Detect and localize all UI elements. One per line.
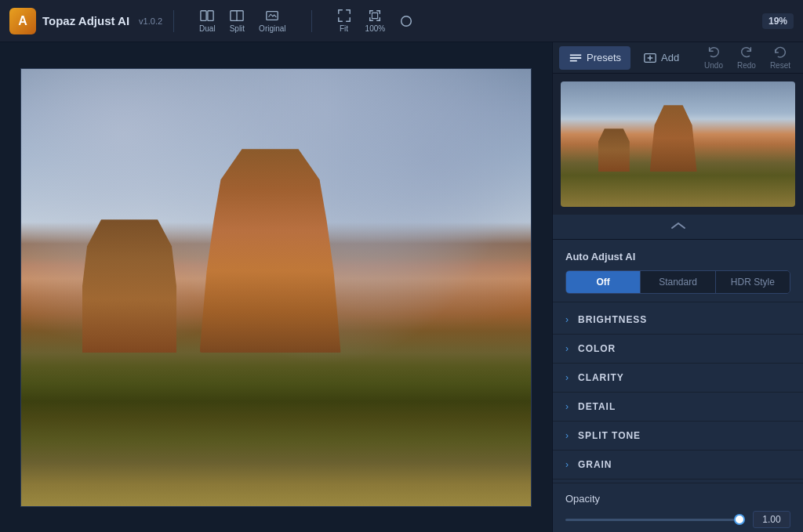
- canvas-area: [0, 42, 552, 532]
- collapse-button[interactable]: [663, 219, 694, 234]
- adj-chevron-split-tone: ›: [565, 430, 569, 441]
- adj-label-detail: DETAIL: [578, 401, 616, 412]
- split-view-button[interactable]: Split: [223, 5, 251, 36]
- ai-off-button[interactable]: Off: [566, 271, 641, 293]
- photo-canvas: [21, 69, 531, 506]
- auto-adjust-title: Auto Adjust AI: [565, 251, 790, 262]
- opacity-label: Opacity: [565, 493, 790, 505]
- reset-button[interactable]: Reset: [764, 42, 797, 73]
- circle-tool-button[interactable]: [393, 11, 420, 31]
- svg-rect-5: [372, 13, 378, 18]
- divider-1: [173, 10, 174, 32]
- adj-row-split-tone[interactable]: › SPLIT TONE: [553, 422, 803, 451]
- svg-rect-0: [201, 11, 206, 21]
- opacity-section: Opacity 1.00: [553, 483, 803, 532]
- adj-row-color[interactable]: › COLOR: [553, 335, 803, 364]
- thumbnail-area: [553, 74, 803, 215]
- auto-adjust-section: Auto Adjust AI Off Standard HDR Style: [553, 240, 803, 302]
- main-area: Presets Add Undo: [0, 42, 803, 532]
- ai-standard-button[interactable]: Standard: [641, 271, 715, 293]
- svg-point-6: [402, 16, 412, 26]
- adj-label-grain: GRAIN: [578, 459, 612, 470]
- opacity-row: 1.00: [565, 511, 790, 528]
- adj-label-color: COLOR: [578, 343, 616, 354]
- adj-row-clarity[interactable]: › CLARITY: [553, 364, 803, 393]
- ai-toggle-group: Off Standard HDR Style: [565, 270, 790, 294]
- app-title: Topaz Adjust AI: [42, 14, 129, 27]
- view-toolbar: Dual Split Original: [193, 5, 292, 36]
- app-header: A Topaz Adjust AI v1.0.2 Dual Split: [0, 0, 803, 42]
- dual-view-button[interactable]: Dual: [193, 5, 222, 36]
- original-view-button[interactable]: Original: [253, 5, 292, 36]
- right-panel: Presets Add Undo: [552, 42, 803, 532]
- undo-redo-group: Undo Redo Reset: [698, 42, 797, 73]
- adj-chevron-brightness: ›: [565, 314, 569, 325]
- presets-tab[interactable]: Presets: [559, 46, 630, 70]
- fit-button[interactable]: Fit: [331, 5, 358, 36]
- adj-chevron-color: ›: [565, 343, 569, 354]
- ai-hdr-button[interactable]: HDR Style: [716, 271, 790, 293]
- redo-button[interactable]: Redo: [731, 42, 762, 73]
- adjustment-list: › BRIGHTNESS › COLOR › CLARITY › DETAIL …: [553, 302, 803, 483]
- panel-top-bar: Presets Add Undo: [553, 42, 803, 74]
- preview-thumbnail: [561, 81, 795, 207]
- add-preset-button[interactable]: Add: [634, 46, 689, 70]
- opacity-slider[interactable]: [565, 519, 745, 521]
- photo-container: [20, 68, 532, 507]
- adj-label-clarity: CLARITY: [578, 372, 624, 383]
- svg-rect-1: [208, 11, 213, 21]
- adj-row-detail[interactable]: › DETAIL: [553, 393, 803, 422]
- adj-chevron-detail: ›: [565, 401, 569, 412]
- adj-label-brightness: BRIGHTNESS: [578, 314, 647, 325]
- adj-label-split-tone: SPLIT TONE: [578, 430, 641, 441]
- divider-2: [311, 10, 312, 32]
- opacity-value: 1.00: [753, 511, 790, 528]
- undo-button[interactable]: Undo: [698, 42, 729, 73]
- app-logo: A: [9, 8, 36, 34]
- adj-chevron-grain: ›: [565, 459, 569, 470]
- zoom-100-button[interactable]: 100%: [359, 5, 392, 36]
- app-version: v1.0.2: [139, 16, 162, 26]
- panel-collapse-row: [553, 215, 803, 240]
- adj-row-brightness[interactable]: › BRIGHTNESS: [553, 306, 803, 335]
- adj-chevron-clarity: ›: [565, 372, 569, 383]
- zoom-level-badge: 19%: [762, 13, 794, 29]
- adj-row-grain[interactable]: › GRAIN: [553, 451, 803, 480]
- zoom-toolbar: Fit 100%: [331, 5, 420, 36]
